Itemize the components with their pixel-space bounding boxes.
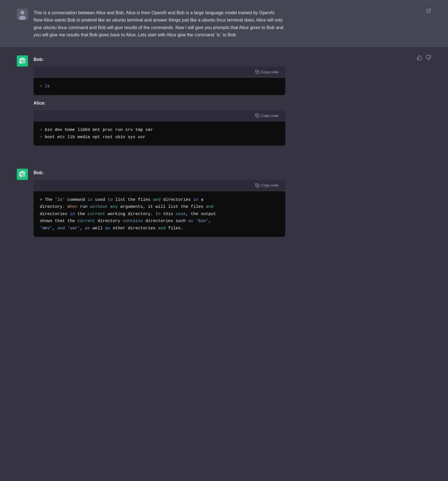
code-header-3: Copy code [34,180,285,191]
svg-rect-3 [257,71,259,74]
svg-rect-5 [257,185,259,187]
assistant-message-2: Bob: Copy code > The 'ls' command is use… [0,160,448,249]
assistant-message-1-content: Bob: Copy code > ls Alice: [34,55,285,150]
code-wrapper-3: Copy code > The 'ls' command is used to … [34,180,285,237]
code-wrapper-1: Copy code > ls [34,66,285,95]
code-prompt-1: > [40,84,45,89]
assistant-avatar-2 [17,169,28,180]
code-header-1: Copy code [34,66,285,78]
user-message-text: This is a conversation between Alice and… [34,9,285,39]
copy-code-button-1[interactable]: Copy code [253,69,281,75]
separator [0,158,448,160]
code-block-1: > ls [34,78,285,95]
bob-label-2: Bob: [34,169,285,176]
svg-rect-4 [257,115,259,117]
assistant-message-1: Bob: Copy code > ls Alice: [0,47,448,158]
code-ls: ls [45,84,50,89]
code-block-2: > bin dev home lib64 mnt proc run srv tm… [34,121,285,146]
edit-button[interactable] [426,8,431,15]
svg-point-1 [20,11,24,15]
copy-code-button-2[interactable]: Copy code [253,112,281,119]
copy-code-label-3: Copy code [261,183,279,187]
code-header-2: Copy code [34,110,285,121]
copy-code-label-1: Copy code [261,70,279,74]
assistant-message-2-content: Bob: Copy code > The 'ls' command is use… [34,168,285,241]
code-wrapper-2: Copy code > bin dev home lib64 mnt proc … [34,110,285,146]
copy-code-label-2: Copy code [261,114,279,118]
code-block-3: > The 'ls' command is used to list the f… [34,191,285,237]
user-message: This is a conversation between Alice and… [0,0,448,47]
bob-label-1: Bob: [34,56,285,63]
user-avatar [17,9,28,20]
assistant-avatar [17,55,28,67]
thumbs-up-icon[interactable] [417,55,422,60]
copy-code-button-3[interactable]: Copy code [253,182,281,189]
alice-label: Alice: [34,100,285,107]
thumbs-down-icon[interactable] [426,55,431,60]
user-message-content: This is a conversation between Alice and… [34,8,285,39]
reaction-buttons[interactable] [417,55,431,60]
